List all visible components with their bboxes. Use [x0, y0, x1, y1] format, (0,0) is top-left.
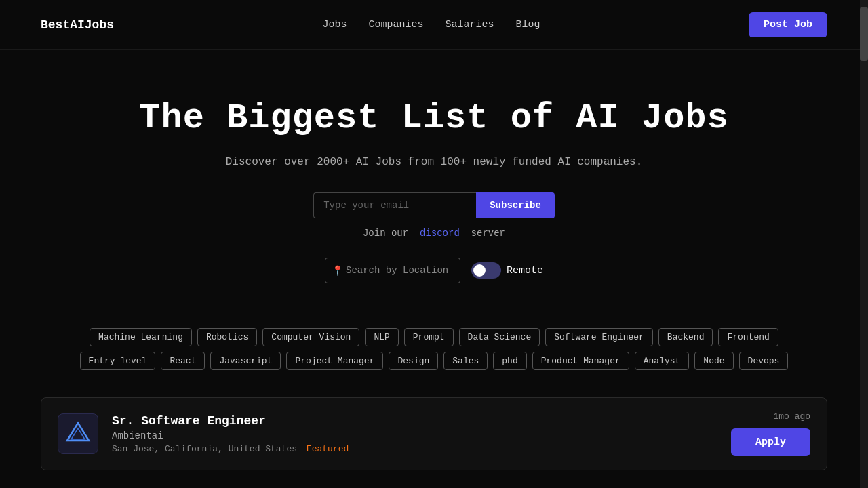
tag-design[interactable]: Design	[389, 352, 438, 370]
remote-toggle[interactable]	[471, 262, 501, 279]
apply-button[interactable]: Apply	[731, 428, 810, 456]
tag-javascript[interactable]: Javascript	[210, 352, 281, 370]
tag-robotics[interactable]: Robotics	[197, 328, 257, 346]
tag-data-science[interactable]: Data Science	[459, 328, 540, 346]
featured-badge: Featured	[307, 444, 349, 454]
email-input[interactable]	[313, 192, 476, 218]
tag-prompt[interactable]: Prompt	[404, 328, 454, 346]
subscribe-row: Subscribe	[41, 192, 827, 218]
job-card-left: Sr. Software Engineer Ambientai San Jose…	[58, 413, 349, 454]
post-job-button[interactable]: Post Job	[749, 12, 827, 37]
job-title: Sr. Software Engineer	[112, 414, 349, 428]
discord-link[interactable]: discord	[420, 228, 460, 239]
svg-marker-0	[67, 423, 89, 441]
jobs-section: Sr. Software Engineer Ambientai San Jose…	[0, 384, 868, 488]
location-row: 📍 Remote	[41, 258, 827, 283]
tag-product-manager[interactable]: Product Manager	[532, 352, 629, 370]
tag-backend[interactable]: Backend	[658, 328, 713, 346]
discord-text-before: Join our	[363, 228, 408, 239]
hero-title: The Biggest List of AI Jobs	[41, 98, 827, 140]
subscribe-button[interactable]: Subscribe	[476, 192, 555, 218]
nav-companies[interactable]: Companies	[368, 19, 423, 30]
tag-devops[interactable]: Devops	[739, 352, 789, 370]
tag-machine-learning[interactable]: Machine Learning	[90, 328, 192, 346]
scrollbar-track	[860, 0, 868, 488]
job-location: San Jose, California, United States Feat…	[112, 444, 349, 454]
location-input-wrapper: 📍	[325, 258, 460, 283]
scrollbar-thumb[interactable]	[860, 7, 868, 61]
tag-entry-level[interactable]: Entry level	[80, 352, 156, 370]
hero-section: The Biggest List of AI Jobs Discover ove…	[0, 50, 868, 328]
tag-computer-vision[interactable]: Computer Vision	[262, 328, 359, 346]
job-card: Sr. Software Engineer Ambientai San Jose…	[41, 397, 827, 470]
hero-subtitle: Discover over 2000+ AI Jobs from 100+ ne…	[41, 156, 827, 168]
brand-logo[interactable]: BestAIJobs	[41, 18, 114, 32]
company-logo	[58, 413, 98, 454]
location-icon: 📍	[332, 265, 343, 277]
tags-row-2: Entry level React Javascript Project Man…	[68, 352, 800, 370]
nav-links: Jobs Companies Salaries Blog	[322, 19, 540, 30]
discord-row: Join our discord server	[41, 228, 827, 239]
remote-toggle-container: Remote	[471, 262, 543, 279]
tag-phd[interactable]: phd	[493, 352, 526, 370]
job-card-right: 1mo ago Apply	[731, 411, 810, 456]
tag-project-manager[interactable]: Project Manager	[286, 352, 383, 370]
nav-jobs[interactable]: Jobs	[322, 19, 347, 30]
company-name: Ambientai	[112, 430, 349, 441]
toggle-knob	[473, 264, 486, 277]
tag-nlp[interactable]: NLP	[365, 328, 398, 346]
tag-node[interactable]: Node	[694, 352, 733, 370]
nav-blog[interactable]: Blog	[516, 19, 540, 30]
tag-frontend[interactable]: Frontend	[718, 328, 778, 346]
company-logo-icon	[64, 420, 92, 447]
location-input[interactable]	[325, 258, 460, 283]
job-info: Sr. Software Engineer Ambientai San Jose…	[112, 414, 349, 454]
navbar: BestAIJobs Jobs Companies Salaries Blog …	[0, 0, 868, 50]
tags-section: Machine Learning Robotics Computer Visio…	[0, 328, 868, 370]
tag-react[interactable]: React	[161, 352, 205, 370]
tag-sales[interactable]: Sales	[443, 352, 488, 370]
tag-software-engineer[interactable]: Software Engineer	[545, 328, 653, 346]
tag-analyst[interactable]: Analyst	[635, 352, 690, 370]
job-time-ago: 1mo ago	[773, 411, 810, 422]
remote-label: Remote	[507, 265, 543, 277]
nav-salaries[interactable]: Salaries	[446, 19, 494, 30]
tags-row-1: Machine Learning Robotics Computer Visio…	[68, 328, 800, 346]
discord-text-after: server	[471, 228, 505, 239]
